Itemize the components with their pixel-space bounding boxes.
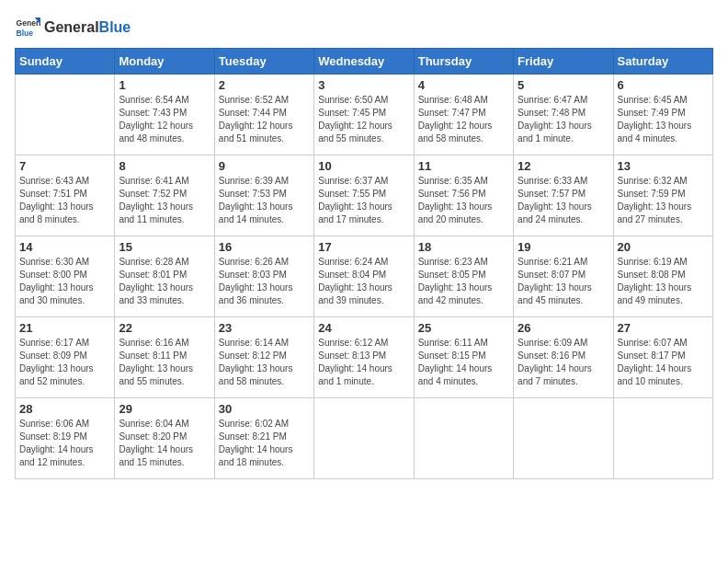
sunset-label: Sunset: 8:19 PM [19, 431, 87, 442]
sunrise-label: Sunrise: 6:23 AM [418, 257, 488, 267]
day-info: Sunrise: 6:14 AMSunset: 8:12 PMDaylight:… [219, 337, 310, 388]
sunrise-label: Sunrise: 6:41 AM [119, 176, 188, 186]
day-cell: 21Sunrise: 6:17 AMSunset: 8:09 PMDayligh… [16, 317, 115, 398]
day-info: Sunrise: 6:07 AMSunset: 8:17 PMDaylight:… [618, 337, 709, 388]
sunrise-label: Sunrise: 6:37 AM [318, 176, 388, 186]
daylight-label: Daylight: 14 hours and 7 minutes. [518, 363, 592, 386]
sunrise-label: Sunrise: 6:26 AM [219, 257, 289, 267]
day-cell: 7Sunrise: 6:43 AMSunset: 7:51 PMDaylight… [16, 155, 115, 236]
header: General Blue GeneralBlue [15, 15, 713, 40]
day-number: 16 [219, 240, 310, 254]
svg-text:General: General [17, 18, 40, 28]
daylight-label: Daylight: 14 hours and 18 minutes. [219, 444, 293, 467]
day-cell: 26Sunrise: 6:09 AMSunset: 8:16 PMDayligh… [514, 317, 613, 398]
sunrise-label: Sunrise: 6:17 AM [19, 338, 89, 348]
sunrise-label: Sunrise: 6:39 AM [219, 176, 289, 186]
daylight-label: Daylight: 13 hours and 58 minutes. [219, 363, 293, 386]
sunset-label: Sunset: 8:05 PM [418, 270, 486, 280]
sunrise-label: Sunrise: 6:21 AM [518, 257, 587, 267]
sunrise-label: Sunrise: 6:35 AM [418, 176, 488, 186]
header-saturday: Saturday [613, 49, 712, 75]
week-row-4: 21Sunrise: 6:17 AMSunset: 8:09 PMDayligh… [16, 317, 713, 398]
day-number: 3 [318, 78, 409, 92]
day-info: Sunrise: 6:17 AMSunset: 8:09 PMDaylight:… [19, 337, 110, 388]
day-cell [16, 75, 115, 155]
day-number: 14 [19, 240, 110, 254]
day-info: Sunrise: 6:23 AMSunset: 8:05 PMDaylight:… [418, 256, 509, 307]
sunset-label: Sunset: 7:57 PM [518, 189, 586, 199]
day-info: Sunrise: 6:33 AMSunset: 7:57 PMDaylight:… [518, 175, 609, 226]
day-cell: 9Sunrise: 6:39 AMSunset: 7:53 PMDaylight… [214, 155, 313, 236]
daylight-label: Daylight: 14 hours and 4 minutes. [418, 363, 493, 386]
day-info: Sunrise: 6:21 AMSunset: 8:07 PMDaylight:… [518, 256, 609, 307]
daylight-label: Daylight: 13 hours and 36 minutes. [219, 282, 293, 305]
sunrise-label: Sunrise: 6:11 AM [418, 338, 488, 348]
day-info: Sunrise: 6:52 AMSunset: 7:44 PMDaylight:… [219, 94, 310, 145]
day-number: 28 [19, 402, 110, 416]
day-cell: 14Sunrise: 6:30 AMSunset: 8:00 PMDayligh… [16, 236, 115, 317]
sunset-label: Sunset: 7:51 PM [19, 189, 87, 199]
day-number: 27 [618, 321, 709, 335]
day-info: Sunrise: 6:19 AMSunset: 8:08 PMDaylight:… [618, 256, 709, 307]
day-info: Sunrise: 6:48 AMSunset: 7:47 PMDaylight:… [418, 94, 509, 145]
day-number: 2 [219, 78, 310, 92]
day-number: 10 [318, 159, 409, 173]
day-cell [613, 398, 712, 479]
sunrise-label: Sunrise: 6:02 AM [219, 419, 289, 429]
day-number: 22 [119, 321, 210, 335]
day-number: 15 [119, 240, 210, 254]
sunset-label: Sunset: 7:53 PM [219, 189, 287, 199]
sunset-label: Sunset: 7:48 PM [518, 108, 586, 118]
day-info: Sunrise: 6:41 AMSunset: 7:52 PMDaylight:… [119, 175, 210, 226]
sunrise-label: Sunrise: 6:30 AM [19, 257, 89, 267]
day-cell: 15Sunrise: 6:28 AMSunset: 8:01 PMDayligh… [115, 236, 214, 317]
header-wednesday: Wednesday [314, 49, 414, 75]
day-number: 29 [119, 402, 210, 416]
day-cell [414, 398, 513, 479]
daylight-label: Daylight: 12 hours and 55 minutes. [318, 121, 392, 144]
day-cell: 29Sunrise: 6:04 AMSunset: 8:20 PMDayligh… [115, 398, 214, 479]
logo-icon: General Blue [15, 15, 40, 40]
day-cell: 12Sunrise: 6:33 AMSunset: 7:57 PMDayligh… [514, 155, 613, 236]
day-cell: 28Sunrise: 6:06 AMSunset: 8:19 PMDayligh… [16, 398, 115, 479]
day-info: Sunrise: 6:28 AMSunset: 8:01 PMDaylight:… [119, 256, 210, 307]
daylight-label: Daylight: 13 hours and 55 minutes. [119, 363, 193, 386]
sunrise-label: Sunrise: 6:19 AM [618, 257, 688, 267]
sunset-label: Sunset: 8:04 PM [318, 270, 386, 280]
day-number: 19 [518, 240, 609, 254]
day-number: 24 [318, 321, 409, 335]
day-info: Sunrise: 6:11 AMSunset: 8:15 PMDaylight:… [418, 337, 509, 388]
sunset-label: Sunset: 8:15 PM [418, 350, 486, 361]
day-info: Sunrise: 6:16 AMSunset: 8:11 PMDaylight:… [119, 337, 210, 388]
sunrise-label: Sunrise: 6:45 AM [618, 95, 688, 105]
sunset-label: Sunset: 7:47 PM [418, 108, 486, 118]
daylight-label: Daylight: 14 hours and 12 minutes. [19, 444, 94, 467]
daylight-label: Daylight: 13 hours and 8 minutes. [19, 201, 94, 224]
day-number: 8 [119, 159, 210, 173]
sunset-label: Sunset: 8:01 PM [119, 270, 187, 280]
day-info: Sunrise: 6:43 AMSunset: 7:51 PMDaylight:… [19, 175, 110, 226]
day-number: 5 [518, 78, 609, 92]
day-info: Sunrise: 6:50 AMSunset: 7:45 PMDaylight:… [318, 94, 409, 145]
daylight-label: Daylight: 13 hours and 33 minutes. [119, 282, 193, 305]
sunset-label: Sunset: 8:08 PM [618, 270, 686, 280]
day-info: Sunrise: 6:02 AMSunset: 8:21 PMDaylight:… [219, 418, 310, 469]
daylight-label: Daylight: 13 hours and 1 minute. [518, 121, 592, 144]
day-info: Sunrise: 6:32 AMSunset: 7:59 PMDaylight:… [618, 175, 709, 226]
day-cell: 17Sunrise: 6:24 AMSunset: 8:04 PMDayligh… [314, 236, 414, 317]
sunset-label: Sunset: 7:43 PM [119, 108, 187, 118]
sunrise-label: Sunrise: 6:43 AM [19, 176, 89, 186]
calendar-body: 1Sunrise: 6:54 AMSunset: 7:43 PMDaylight… [16, 75, 713, 479]
day-cell [514, 398, 613, 479]
logo-wordmark: GeneralBlue [44, 20, 131, 35]
day-info: Sunrise: 6:39 AMSunset: 7:53 PMDaylight:… [219, 175, 310, 226]
sunrise-label: Sunrise: 6:16 AM [119, 338, 188, 348]
sunrise-label: Sunrise: 6:33 AM [518, 176, 587, 186]
day-cell: 24Sunrise: 6:12 AMSunset: 8:13 PMDayligh… [314, 317, 414, 398]
day-number: 20 [618, 240, 709, 254]
day-cell: 25Sunrise: 6:11 AMSunset: 8:15 PMDayligh… [414, 317, 513, 398]
sunrise-label: Sunrise: 6:28 AM [119, 257, 188, 267]
sunrise-label: Sunrise: 6:06 AM [19, 419, 89, 429]
day-number: 4 [418, 78, 509, 92]
day-info: Sunrise: 6:54 AMSunset: 7:43 PMDaylight:… [119, 94, 210, 145]
